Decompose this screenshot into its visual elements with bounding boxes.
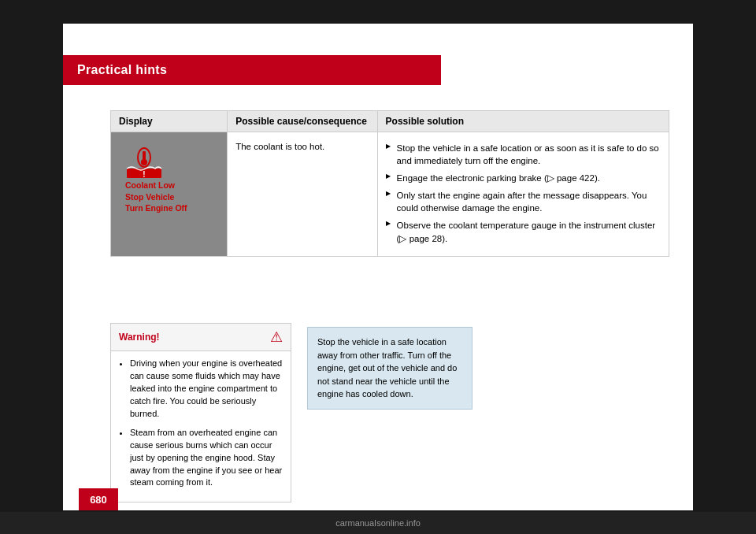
info-box: Stop the vehicle in a safe location away… — [307, 327, 472, 410]
warning-header: Warning! ⚠ — [111, 324, 291, 351]
display-cell: ! Coolant Low Stop Vehicle Turn Engine O… — [111, 132, 228, 257]
solution-cell: Stop the vehicle in a safe location or a… — [377, 132, 669, 257]
header-bar: Practical hints — [63, 55, 441, 85]
info-text: Stop the vehicle in a safe location away… — [317, 337, 457, 399]
display-inner: ! Coolant Low Stop Vehicle Turn Engine O… — [119, 140, 219, 221]
cause-text: The coolant is too hot. — [235, 142, 324, 151]
list-item: Driving when your engine is overheated c… — [130, 358, 283, 421]
warning-list: Driving when your engine is overheated c… — [119, 358, 283, 489]
col-cause: Possible cause/consequence — [228, 111, 377, 132]
page-number: 680 — [79, 488, 118, 510]
svg-text:!: ! — [143, 170, 145, 179]
coolant-icon: ! — [125, 146, 163, 180]
list-item: Engage the electronic parking brake (▷ p… — [386, 170, 661, 187]
col-display: Display — [111, 111, 228, 132]
table-row: ! Coolant Low Stop Vehicle Turn Engine O… — [111, 132, 669, 257]
list-item: Only start the engine again after the me… — [386, 187, 661, 217]
list-item: Observe the coolant temperature gauge in… — [386, 217, 661, 247]
page-title: Practical hints — [77, 63, 167, 77]
cause-cell: The coolant is too hot. — [228, 132, 377, 257]
warning-title: Warning! — [119, 332, 160, 343]
warning-content: Driving when your engine is overheated c… — [111, 351, 291, 502]
svg-rect-3 — [143, 151, 146, 161]
main-table: Display Possible cause/consequence Possi… — [110, 110, 669, 257]
solution-list: Stop the vehicle in a safe location or a… — [386, 140, 661, 248]
list-item: Steam from an overheated engine can caus… — [130, 427, 283, 490]
col-solution: Possible solution — [377, 111, 669, 132]
watermark: carmanuaIsonline.info — [0, 512, 756, 534]
list-item: Stop the vehicle in a safe location or a… — [386, 140, 661, 170]
display-text: Coolant Low Stop Vehicle Turn Engine Off — [125, 180, 187, 214]
warning-box: Warning! ⚠ Driving when your engine is o… — [110, 323, 291, 502]
warning-triangle-icon: ⚠ — [270, 328, 283, 346]
